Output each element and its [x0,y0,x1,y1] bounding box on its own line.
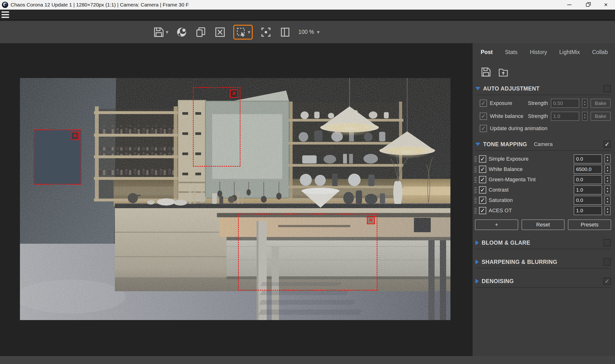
duplicate-vfb-button[interactable] [195,26,207,38]
auto-exposure-row: ✓ Exposure Strength ▲▼ Bake [480,98,611,108]
tone-mapping-rows: ✓ Simple Exposure ▲▼ ✓ White Balance ▲▼ … [473,154,615,216]
auto-exposure-strength-spinner[interactable]: ▲▼ [582,99,588,108]
presets-button[interactable]: Presets [568,220,611,230]
bloom-glare-header[interactable]: BLOOM & GLARE [475,239,611,249]
green-magenta-tint-input[interactable] [574,175,602,184]
sharpening-blurring-header[interactable]: SHARPENING & BLURRING [475,258,611,268]
render-viewport[interactable]: ✕ ✕ ✕ [20,78,450,320]
render-region-3[interactable]: ✕ [238,214,377,290]
drag-handle-icon[interactable] [474,187,477,193]
aces-ot-spinner[interactable]: ▲▼ [604,206,611,215]
simple-exposure-checkbox[interactable]: ✓ [479,155,486,163]
render-canvas: ✕ ✕ ✕ [0,43,472,356]
drag-handle-icon[interactable] [474,166,477,172]
drag-handle-icon[interactable] [474,197,477,203]
tab-collab[interactable]: Collab [592,49,608,55]
green-magenta-tint-spinner[interactable]: ▲▼ [604,175,611,184]
denoising-header[interactable]: DENOISING ✓ [475,278,611,288]
auto-exposure-checkbox[interactable]: ✓ [480,100,487,107]
add-operator-button[interactable]: + [475,220,518,230]
saturation-checkbox[interactable]: ✓ [479,197,486,204]
tab-post[interactable]: Post [481,49,493,55]
auto-white-balance-strength-spinner[interactable]: ▲▼ [582,112,588,121]
aces-ot-label: ACES OT [489,208,571,214]
auto-adjustment-header[interactable]: AUTO ADJUSTMENT [475,85,611,95]
aces-ot-input[interactable] [574,206,602,215]
expand-triangle-icon[interactable] [475,143,480,146]
contrast-checkbox[interactable]: ✓ [479,186,486,194]
tone-mapping-header[interactable]: TONE MAPPING Camera ✓ [475,141,611,151]
collapse-triangle-icon[interactable] [475,260,479,264]
auto-adjustment-enable-checkbox[interactable] [603,85,611,92]
auto-white-balance-label: White balance [490,113,525,119]
aces-ot-checkbox[interactable]: ✓ [479,207,486,214]
save-dropdown-caret[interactable]: ▾ [166,29,168,35]
ab-compare-icon [279,26,291,38]
panel-tabs: Post Stats History LightMix Collab [473,43,615,57]
status-bar [0,356,615,364]
open-in-image-editor-button[interactable] [176,26,188,38]
tab-stats[interactable]: Stats [505,49,518,55]
maximize-button[interactable] [578,0,597,10]
ab-compare-button[interactable] [279,26,291,38]
region-3-close-button[interactable]: ✕ [367,216,375,224]
update-during-animation-checkbox[interactable]: ✓ [480,125,487,132]
auto-exposure-strength-input[interactable] [551,99,579,108]
saturation-spinner[interactable]: ▲▼ [604,196,611,205]
contrast-spinner[interactable]: ▲▼ [604,185,611,195]
close-button[interactable]: ✕ [597,0,615,10]
update-during-animation-row: ✓ Update during animation [480,125,611,132]
bake-exposure-button[interactable]: Bake [590,99,611,108]
zoom-dropdown-caret[interactable]: ▾ [317,29,320,35]
collapse-triangle-icon[interactable] [475,279,479,284]
clear-vfb-button[interactable] [214,26,226,38]
tone-mapping-enable-checkbox[interactable]: ✓ [603,141,611,148]
bloom-glare-enable-checkbox[interactable] [603,239,611,246]
auto-exposure-label: Exposure [490,100,525,106]
corona-logo-icon [176,26,188,38]
auto-white-balance-strength-input[interactable] [551,112,579,121]
expand-triangle-icon[interactable] [475,87,480,90]
pick-point-icon [260,26,272,38]
auto-white-balance-checkbox[interactable]: ✓ [480,113,487,120]
save-button[interactable]: ▾ [153,26,168,38]
simple-exposure-input[interactable] [574,154,602,164]
toolbar: ▾ ▾ 100 % ▾ [0,21,615,43]
bake-white-balance-button[interactable]: Bake [590,112,611,121]
white-balance-input[interactable] [574,165,602,174]
white-balance-checkbox[interactable]: ✓ [479,166,486,173]
drag-handle-icon[interactable] [474,176,477,183]
denoising-enable-checkbox[interactable]: ✓ [603,278,611,285]
tone-row-aces-ot: ✓ ACES OT ▲▼ [474,205,611,216]
region-1-close-button[interactable]: ✕ [71,132,79,140]
sharpening-blurring-title: SHARPENING & BLURRING [482,259,557,265]
region-2-close-button[interactable]: ✕ [230,90,238,98]
render-region-2[interactable]: ✕ [193,87,241,167]
green-magenta-tint-checkbox[interactable]: ✓ [479,176,486,183]
hamburger-menu-icon[interactable] [1,11,13,19]
drag-handle-icon[interactable] [474,208,477,214]
saturation-input[interactable] [574,196,602,205]
minimize-button[interactable] [560,0,578,10]
load-post-settings-icon[interactable] [497,66,509,78]
reset-button[interactable]: Reset [521,220,565,230]
simple-exposure-spinner[interactable]: ▲▼ [604,154,611,164]
save-post-settings-icon[interactable] [480,66,492,78]
collapse-triangle-icon[interactable] [475,240,479,245]
render-region-tool-selected[interactable]: ▾ [233,25,253,40]
tone-mapping-title: TONE MAPPING [483,141,527,148]
simple-exposure-label: Simple Exposure [489,156,571,162]
drag-handle-icon[interactable] [474,156,477,162]
tab-lightmix[interactable]: LightMix [559,49,580,55]
saturation-label: Saturation [489,197,571,203]
contrast-input[interactable] [574,185,602,195]
pick-focus-point-button[interactable] [260,26,272,38]
tab-history[interactable]: History [530,49,547,55]
region-dropdown-caret[interactable]: ▾ [248,29,250,35]
sharpening-blurring-enable-checkbox[interactable] [603,258,611,266]
zoom-control[interactable]: 100 % ▾ [298,29,320,35]
tone-row-green-magenta-tint: ✓ Green-Magenta Tint ▲▼ [474,174,611,185]
render-region-1[interactable]: ✕ [33,130,81,185]
white-balance-spinner[interactable]: ▲▼ [604,165,611,174]
side-panel: Post Stats History LightMix Collab AUTO … [472,43,615,356]
